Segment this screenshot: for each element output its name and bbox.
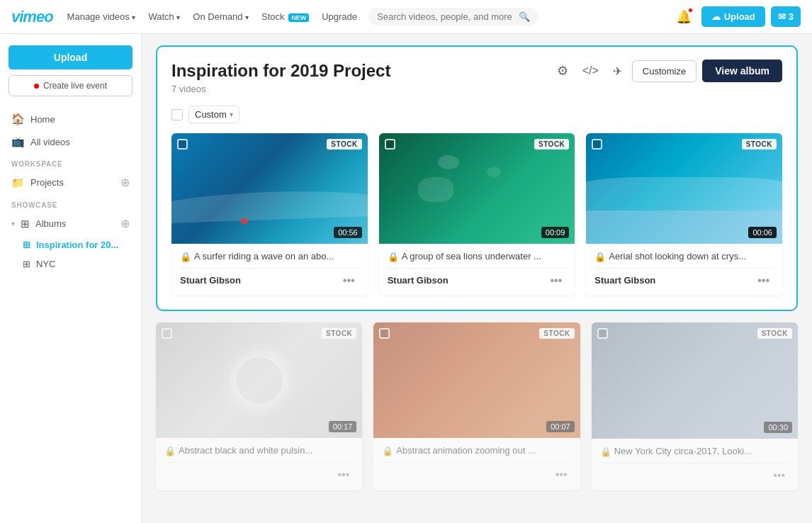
topnav-right: 🔔 ☁ Upload ✉ 3: [672, 5, 801, 29]
video-info-4: 🔒 Abstract black and white pulsin... •••: [156, 438, 362, 490]
lock-icon-6: 🔒: [600, 446, 611, 457]
sidebar-item-nyc[interactable]: ⊞ NYC: [0, 254, 141, 274]
video-info-1: 🔒 A surfer riding a wave on an abo... St…: [171, 244, 368, 296]
sidebar-item-all-videos[interactable]: 📺 All videos: [0, 130, 141, 153]
messages-button[interactable]: ✉ 3: [771, 6, 801, 27]
lock-icon-4: 🔒: [164, 446, 176, 456]
album-panel: Inspiration for 2019 Project ⚙ </> ✈ Cus…: [156, 45, 798, 311]
search-icon: 🔍: [519, 11, 530, 22]
video-thumb-5: STOCK 00:07: [373, 322, 580, 439]
video-author-row-1: Stuart Gibson •••: [180, 268, 359, 288]
video-more-button-2[interactable]: •••: [546, 273, 567, 288]
notification-dot: [688, 8, 693, 13]
duration-badge-6: 00:30: [764, 422, 792, 433]
video-more-button-1[interactable]: •••: [339, 273, 359, 288]
upload-icon: ☁: [711, 11, 721, 22]
thumb-checkbox-5[interactable]: [379, 328, 390, 339]
thumb-checkbox-4[interactable]: [162, 328, 172, 339]
video-title-2: 🔒 A group of sea lions underwater ...: [388, 251, 567, 262]
nav-manage-videos[interactable]: Manage videos ▾: [63, 11, 140, 22]
add-project-icon[interactable]: ⊕: [120, 176, 130, 189]
video-title-6: 🔒 New York City circa-2017, Looki...: [600, 446, 789, 457]
sort-chevron-icon: ▾: [230, 111, 233, 118]
search-input[interactable]: [377, 11, 514, 22]
stock-badge-6: STOCK: [757, 328, 792, 339]
video-grid-bottom: STOCK 00:17 🔒 Abstract black and white p…: [156, 322, 798, 490]
lock-icon-3: 🔒: [594, 252, 606, 262]
video-card-4[interactable]: STOCK 00:17 🔒 Abstract black and white p…: [156, 322, 362, 490]
albums-icon: ⊞: [21, 218, 30, 230]
embed-button[interactable]: </>: [578, 62, 603, 80]
video-thumb-1: STOCK 00:56: [171, 133, 368, 244]
thumb-checkbox-6[interactable]: [597, 328, 608, 339]
album-subtitle: 7 videos: [171, 84, 782, 94]
video-info-2: 🔒 A group of sea lions underwater ... St…: [379, 244, 575, 296]
video-card-6[interactable]: STOCK 00:30 🔒 New York City circa-2017, …: [592, 322, 798, 490]
video-title-4: 🔒 Abstract black and white pulsin...: [164, 445, 354, 456]
video-title-5: 🔒 Abstract animation zooming out ...: [382, 445, 571, 456]
duration-badge-3: 00:06: [748, 227, 777, 238]
projects-icon: 📁: [11, 176, 25, 189]
customize-button[interactable]: Customize: [632, 60, 697, 82]
duration-badge-5: 00:07: [546, 421, 575, 432]
share-button[interactable]: ✈: [609, 62, 626, 81]
lock-icon-2: 🔒: [388, 252, 399, 262]
video-author-1: Stuart Gibson: [180, 275, 241, 286]
sidebar-item-projects[interactable]: 📁 Projects ⊕: [0, 171, 141, 194]
sidebar: Upload Create live event 🏠 Home 📺 All vi…: [0, 34, 142, 523]
sidebar-item-inspiration[interactable]: ⊞ Inspiration for 20...: [0, 235, 141, 254]
showcase-section-label: SHOWCASE: [0, 194, 141, 212]
nav-watch[interactable]: Watch ▾: [144, 11, 184, 22]
topnav: vimeo Manage videos ▾ Watch ▾ On Demand …: [0, 0, 812, 34]
video-author-2: Stuart Gibson: [388, 275, 449, 286]
nav-stock[interactable]: Stock NEW: [257, 11, 313, 22]
message-icon: ✉: [778, 11, 786, 22]
stock-badge-4: STOCK: [322, 328, 356, 339]
view-album-button[interactable]: View album: [702, 60, 782, 82]
video-card-2[interactable]: STOCK 00:09 🔒 A group of sea lions under…: [379, 133, 575, 296]
video-more-button-6[interactable]: •••: [769, 468, 789, 483]
video-more-button-3[interactable]: •••: [753, 273, 774, 288]
workspace-section-label: WORKSPACE: [0, 153, 141, 171]
add-album-icon[interactable]: ⊕: [120, 217, 130, 230]
select-all-checkbox[interactable]: [171, 109, 183, 120]
video-card-1[interactable]: STOCK 00:56 🔒 A surfer riding a wave on …: [171, 133, 368, 296]
all-videos-icon: 📺: [11, 135, 25, 148]
video-card-3[interactable]: STOCK 00:06 🔒 Aerial shot looking down a…: [586, 133, 782, 296]
home-icon: 🏠: [11, 113, 25, 125]
upload-button[interactable]: ☁ Upload: [701, 6, 765, 27]
video-more-button-4[interactable]: •••: [334, 467, 354, 483]
video-info-3: 🔒 Aerial shot looking down at crys... St…: [586, 244, 782, 296]
albums-chevron-icon: ▾: [11, 220, 15, 227]
album-header-actions: ⚙ </> ✈ Customize View album: [553, 60, 782, 82]
create-live-event-button[interactable]: Create live event: [9, 75, 132, 96]
sort-row: Custom ▾: [171, 106, 782, 123]
vimeo-logo[interactable]: vimeo: [11, 8, 53, 26]
video-info-6: 🔒 New York City circa-2017, Looki... •••: [592, 439, 798, 490]
search-bar[interactable]: 🔍: [368, 8, 538, 26]
upload-sidebar-button[interactable]: Upload: [9, 45, 132, 69]
sidebar-item-albums[interactable]: ▾ ⊞ Albums ⊕: [0, 212, 141, 235]
duration-badge-4: 00:17: [329, 421, 357, 432]
sidebar-item-home[interactable]: 🏠 Home: [0, 108, 141, 130]
nav-on-demand[interactable]: On Demand ▾: [188, 11, 253, 22]
video-title-3: 🔒 Aerial shot looking down at crys...: [594, 251, 774, 262]
video-grid-top: STOCK 00:56 🔒 A surfer riding a wave on …: [171, 133, 782, 296]
bell-button[interactable]: 🔔: [672, 5, 696, 29]
stock-badge-5: STOCK: [539, 328, 574, 339]
video-card-5[interactable]: STOCK 00:07 🔒 Abstract animation zooming…: [373, 322, 580, 490]
sort-select[interactable]: Custom ▾: [188, 106, 239, 123]
live-dot: [34, 84, 39, 89]
video-thumb-3: STOCK 00:06: [586, 133, 782, 244]
settings-button[interactable]: ⚙: [553, 60, 573, 81]
duration-badge-1: 00:56: [334, 227, 362, 238]
duration-badge-2: 00:09: [541, 227, 570, 238]
thumb-checkbox-2[interactable]: [385, 139, 395, 150]
album-nyc-icon: ⊞: [23, 259, 30, 269]
stock-badge-2: STOCK: [534, 139, 569, 150]
video-title-1: 🔒 A surfer riding a wave on an abo...: [180, 251, 359, 262]
album-title: Inspiration for 2019 Project: [171, 61, 541, 81]
video-more-button-5[interactable]: •••: [551, 467, 572, 483]
nav-upgrade[interactable]: Upgrade: [317, 11, 361, 22]
lock-icon-1: 🔒: [180, 252, 191, 262]
